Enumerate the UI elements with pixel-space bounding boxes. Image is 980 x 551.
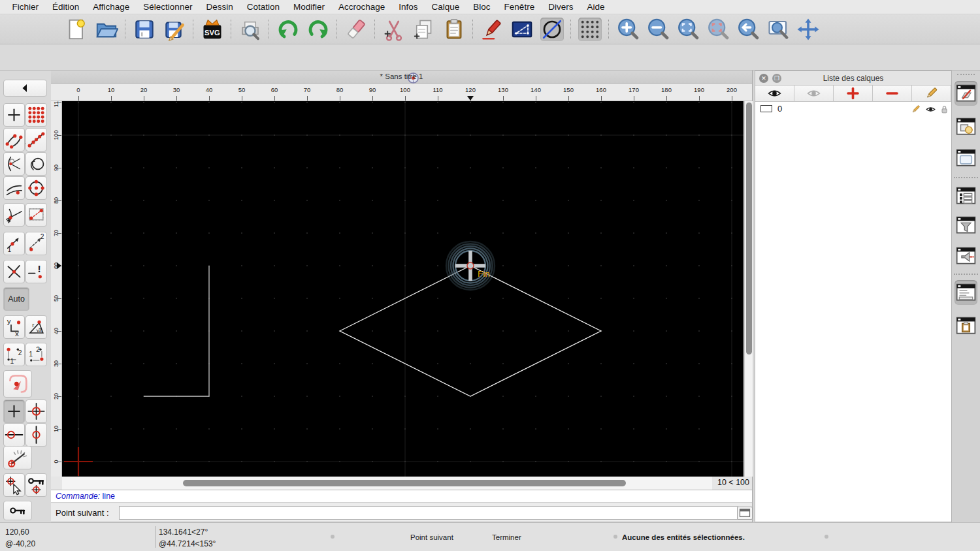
corner-point-2-button[interactable]: 12 (25, 343, 47, 366)
snap-tangent-button[interactable] (3, 203, 25, 227)
intersection-manual-button[interactable]: ! (25, 260, 47, 283)
restrict-vertical-button[interactable] (25, 423, 47, 447)
snap-on-entity-button[interactable] (25, 128, 47, 151)
drawing-title-bar[interactable]: * Sans titre 1 (51, 71, 752, 84)
zoom-auto-button[interactable] (676, 18, 700, 41)
horizontal-scrollbar[interactable] (62, 477, 712, 490)
menu-fichier[interactable]: Fichier (5, 0, 46, 14)
menu-dessin[interactable]: Dessin (199, 0, 240, 14)
command-dock-toggle[interactable] (955, 280, 977, 305)
snap-distance-button[interactable] (3, 176, 25, 200)
edit-layer-button[interactable] (912, 86, 951, 102)
menu-bloc[interactable]: Bloc (466, 0, 497, 14)
restrict-horizontal-button[interactable] (3, 423, 25, 447)
layer-edit-icon[interactable] (910, 104, 921, 115)
menu-edition[interactable]: Édition (46, 0, 86, 14)
menu-calque[interactable]: Calque (425, 0, 466, 14)
save-button[interactable] (133, 18, 156, 41)
snap-auto-button[interactable]: Auto (3, 287, 29, 311)
menu-cotation[interactable]: Cotation (240, 0, 286, 14)
set-relative-zero-button[interactable] (3, 446, 32, 469)
library-dock-toggle[interactable] (955, 146, 977, 170)
coordinate-polar-button[interactable]: ar (25, 315, 47, 339)
corner-point-1-button[interactable]: 12 (3, 343, 25, 366)
properties-dock-toggle[interactable] (955, 244, 977, 268)
paste-button[interactable] (442, 18, 466, 41)
snap-center-button[interactable] (3, 152, 25, 176)
h-ruler-label: 40 (206, 86, 213, 93)
snap-free-button[interactable] (3, 103, 25, 127)
zoom-previous-button[interactable] (736, 18, 760, 41)
snap-intersection-button[interactable] (25, 176, 47, 200)
menu-infos[interactable]: Infos (392, 0, 425, 14)
zoom-out-button[interactable] (646, 18, 670, 41)
intersection-auto-button[interactable] (3, 260, 25, 283)
command-input[interactable] (119, 506, 738, 520)
layer-panel-title: Liste des calques (755, 74, 951, 83)
snap-dashed-entity-button[interactable] (25, 203, 47, 227)
undo-button[interactable] (276, 18, 300, 41)
selection-region-button[interactable] (3, 370, 32, 398)
restrict-orthogonal-button[interactable] (25, 400, 47, 423)
coordinate-cartesian-button[interactable]: yx (3, 315, 25, 339)
horizontal-scrollbar-thumb[interactable] (183, 480, 626, 486)
menu-accrochage[interactable]: Accrochage (331, 0, 391, 14)
clipboard-dock-toggle[interactable] (955, 313, 977, 338)
vertical-scrollbar-thumb[interactable] (746, 102, 752, 354)
menu-fenetre[interactable]: Fenêtre (497, 0, 542, 14)
layers-dock-toggle[interactable] (955, 81, 977, 106)
lock-relative-zero-button[interactable] (25, 473, 47, 497)
menu-selectionner[interactable]: Sélectionner (137, 0, 199, 14)
drawing-canvas[interactable]: Fin (62, 101, 743, 477)
snap-grid-button[interactable] (25, 103, 47, 127)
show-all-layers-button[interactable] (755, 86, 794, 102)
snap-endpoints-button[interactable] (3, 128, 25, 151)
layer-row[interactable]: 0 (755, 102, 951, 116)
zoom-window-button[interactable] (766, 18, 790, 41)
unlock-relative-zero-button[interactable] (3, 501, 32, 520)
cut-button[interactable] (382, 18, 406, 41)
layer-visibility-icon[interactable] (925, 104, 936, 115)
strip-drag-handle[interactable] (957, 74, 975, 75)
entity-list-dock-toggle[interactable] (955, 183, 977, 208)
export-svg-button[interactable]: SVG (201, 18, 224, 41)
zoom-selected-button[interactable] (706, 18, 730, 41)
hide-all-layers-button[interactable] (794, 86, 834, 102)
save-as-button[interactable] (163, 18, 186, 41)
delete-button[interactable] (344, 18, 368, 41)
h-ruler-label: 100 (400, 86, 410, 93)
open-button[interactable] (95, 18, 118, 41)
h-ruler-label: 180 (661, 86, 672, 93)
print-preview-button[interactable] (238, 18, 262, 41)
layer-lock-icon[interactable] (939, 104, 950, 115)
menu-aide[interactable]: Aide (580, 0, 612, 14)
copy-button[interactable] (412, 18, 436, 41)
command-prompt-row: Point suivant : (51, 503, 752, 522)
snap-middle-button[interactable] (25, 152, 47, 176)
grid-toggle-button[interactable] (578, 18, 602, 41)
distance-point-1-button[interactable]: 1 (3, 232, 25, 255)
filter-dock-toggle[interactable] (955, 213, 977, 238)
menu-affichage[interactable]: Affichage (86, 0, 137, 14)
collapse-palette-button[interactable] (3, 80, 47, 97)
zoom-in-button[interactable] (616, 18, 640, 41)
redo-button[interactable] (306, 18, 330, 41)
distance-point-2-button[interactable]: 2 (25, 232, 47, 255)
detach-command-button[interactable] (737, 507, 753, 520)
menu-modifier[interactable]: Modifier (286, 0, 331, 14)
vertical-scrollbar[interactable] (744, 101, 753, 477)
draft-mode-button[interactable] (510, 18, 534, 41)
restrict-nothing-button[interactable] (3, 400, 25, 423)
draw-pen-button[interactable] (480, 18, 504, 41)
svg-text:!: ! (37, 263, 41, 274)
free-snap-toggle-button[interactable] (540, 18, 564, 41)
relative-zero-cursor-button[interactable] (3, 473, 25, 497)
add-layer-button[interactable] (834, 86, 873, 102)
remove-layer-button[interactable] (873, 86, 912, 102)
h-ruler-label: 70 (304, 86, 311, 93)
menu-divers[interactable]: Divers (542, 0, 580, 14)
status-bar: 120,60 @-40,20 134.1641<27° @44.7214<153… (0, 522, 980, 551)
blocks-dock-toggle[interactable] (955, 114, 977, 139)
pan-button[interactable] (796, 18, 820, 41)
new-button[interactable] (65, 18, 88, 41)
